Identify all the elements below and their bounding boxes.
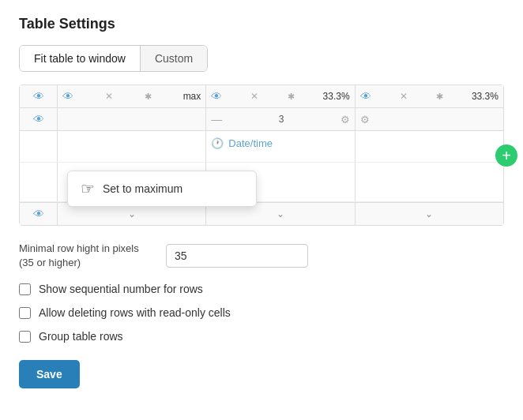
col3-eye-icon[interactable]: 👁 — [360, 90, 371, 103]
col2-minus-icon: — — [211, 113, 222, 126]
col2-subheader: — 3 ⚙ — [206, 108, 355, 130]
cursor-icon: ☞ — [81, 179, 95, 198]
col2-x-icon[interactable]: ✕ — [250, 91, 258, 102]
body-cell-2: 🕐 Date/time — [206, 131, 355, 162]
min-height-label: Minimal row hight in pixels(35 or higher… — [19, 242, 153, 270]
column-subheader-row: 👁 — 3 ⚙ ⚙ — [20, 108, 503, 131]
popover-text[interactable]: Set to maximum — [103, 182, 182, 195]
min-height-input[interactable] — [166, 244, 308, 268]
delete-rows-row: Allow deleting rows with read-only cells — [19, 306, 504, 319]
body-cell-3 — [356, 131, 503, 162]
tab-bar: Fit table to window Custom — [19, 45, 208, 72]
tab-fit-table[interactable]: Fit table to window — [20, 46, 141, 71]
delete-rows-label: Allow deleting rows with read-only cells — [39, 306, 231, 319]
col3-asterisk-icon: ✱ — [436, 92, 443, 102]
page-title: Table Settings — [19, 16, 504, 32]
datetime-label: Date/time — [228, 137, 273, 149]
col3-gear-icon[interactable]: ⚙ — [360, 114, 370, 126]
tab-custom[interactable]: Custom — [141, 46, 207, 71]
body-cell-1 — [58, 131, 206, 162]
subheader-eye-gutter: 👁 — [20, 108, 58, 130]
column-header-2: 👁 ✕ ✱ 33.3% — [206, 85, 355, 107]
col3-width-label: 33.3% — [472, 91, 499, 102]
column-headers-row: 👁 👁 ✕ ✱ max 👁 ✕ ✱ 33.3% 👁 ✕ — [20, 85, 503, 108]
chevron-down-icon-3: ⌄ — [425, 208, 433, 219]
chevron-down-icon-2: ⌄ — [277, 208, 284, 219]
form-section: Minimal row hight in pixels(35 or higher… — [19, 242, 504, 343]
datetime-cell: 🕐 Date/time — [211, 137, 349, 149]
footer-eye-icon[interactable]: 👁 — [33, 208, 44, 220]
col1-x-icon[interactable]: ✕ — [105, 91, 113, 102]
column-header-1: 👁 ✕ ✱ max — [58, 85, 206, 107]
header-eye-icon[interactable]: 👁 — [33, 90, 44, 103]
clock-icon: 🕐 — [211, 137, 224, 149]
empty-eye-cell — [20, 163, 58, 201]
empty-cell-3 — [356, 163, 503, 201]
subheader-eye-icon[interactable]: 👁 — [33, 113, 44, 126]
col2-eye-icon[interactable]: 👁 — [211, 90, 222, 103]
footer-eye-gutter: 👁 — [20, 203, 58, 225]
col3-subheader: ⚙ — [356, 108, 503, 130]
set-maximum-popover: ☞ Set to maximum — [67, 171, 257, 207]
col2-asterisk-icon: ✱ — [288, 92, 295, 102]
seq-number-checkbox[interactable] — [19, 283, 31, 295]
header-eye-gutter: 👁 — [20, 85, 58, 107]
save-button[interactable]: Save — [19, 360, 80, 388]
table-preview: 👁 👁 ✕ ✱ max 👁 ✕ ✱ 33.3% 👁 ✕ — [19, 84, 504, 226]
chevron-down-icon-1: ⌄ — [128, 208, 136, 219]
col1-width-label: max — [183, 91, 201, 102]
add-column-button[interactable]: + — [495, 144, 517, 167]
col1-subheader — [58, 108, 206, 130]
group-rows-row: Group table rows — [19, 330, 504, 343]
seq-number-row: Show sequential number for rows — [19, 283, 504, 295]
delete-rows-checkbox[interactable] — [19, 307, 31, 319]
table-body-row: 🕐 Date/time — [20, 131, 503, 163]
col3-x-icon[interactable]: ✕ — [400, 91, 408, 102]
column-header-3: 👁 ✕ ✱ 33.3% — [356, 85, 503, 107]
min-height-row: Minimal row hight in pixels(35 or higher… — [19, 242, 504, 270]
seq-number-label: Show sequential number for rows — [39, 283, 203, 295]
col1-asterisk-icon: ✱ — [145, 92, 152, 102]
footer-cell-3[interactable]: ⌄ — [356, 203, 503, 225]
body-eye-cell — [20, 131, 58, 162]
group-rows-checkbox[interactable] — [19, 331, 31, 343]
col2-number: 3 — [279, 114, 284, 125]
group-rows-label: Group table rows — [39, 330, 123, 343]
col2-width-label: 33.3% — [323, 91, 350, 102]
col2-gear-icon[interactable]: ⚙ — [341, 114, 350, 126]
col1-eye-icon[interactable]: 👁 — [62, 90, 73, 103]
